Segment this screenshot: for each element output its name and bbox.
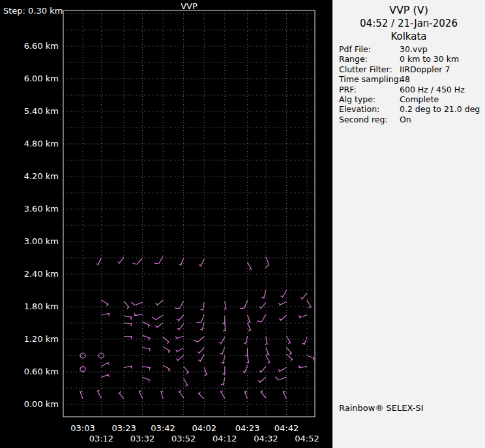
wind-barb [163, 365, 170, 371]
info-field-value: 48 [400, 74, 410, 84]
info-field-value: 600 Hz / 450 Hz [400, 85, 465, 94]
vvp-chart [0, 0, 332, 448]
info-panel: VVP (V) 04:52 / 21-Jan-2026 Kolkata Pdf … [332, 0, 485, 448]
wind-barb [184, 367, 189, 374]
x-axis-label: 04:32 [250, 434, 282, 443]
wind-barb [283, 391, 286, 399]
info-field-value: 0 km to 30 km [400, 54, 459, 64]
x-axis-label: 03:03 [67, 423, 98, 433]
info-field-label: Time sampling: [339, 74, 402, 84]
wind-barb [134, 313, 143, 316]
wind-barb [220, 347, 225, 355]
wind-barb [247, 323, 250, 331]
info-field: Range:0 km to 30 km [332, 54, 485, 64]
wind-barb [177, 315, 184, 322]
wind-barb [143, 335, 151, 341]
info-field-label: Second reg: [339, 115, 388, 124]
wind-barb [286, 336, 291, 344]
wind-barb [175, 336, 184, 339]
wind-barb [259, 367, 266, 373]
info-field-label: Alg type: [339, 94, 375, 104]
wind-barb [161, 391, 164, 399]
wind-barb [300, 293, 307, 300]
x-axis-label: 04:23 [231, 423, 263, 433]
wind-barb [278, 367, 286, 372]
x-axis-label: 03:12 [85, 434, 117, 443]
wind-barb [302, 337, 307, 345]
wind-barb [163, 347, 170, 353]
wind-barb [198, 392, 204, 399]
wind-barb [155, 323, 163, 328]
wind-barb [244, 336, 248, 344]
info-field-value: 30.vvp [400, 44, 428, 54]
info-field-label: PRF: [339, 85, 357, 94]
y-axis-label: 3.60 km [1, 204, 59, 214]
wind-barb [266, 348, 269, 356]
y-axis-label: 2.40 km [1, 269, 59, 279]
wind-barb [197, 315, 204, 323]
x-axis-label: 04:02 [188, 423, 220, 433]
wind-barb [275, 377, 286, 380]
y-axis-label: 1.80 km [1, 301, 59, 311]
y-axis-label: 0.00 km [1, 399, 59, 409]
site-name: Kolkata [332, 31, 485, 42]
y-axis-label: 6.60 km [1, 41, 59, 51]
wind-barb [221, 356, 225, 364]
wind-barb [175, 348, 183, 352]
wind-barb [101, 362, 109, 367]
wind-barb [286, 354, 293, 361]
wind-barb [266, 356, 271, 363]
vvp-window: VVP Step: 0.30 km 6.60 km6.00 km5.40 km4… [0, 0, 485, 448]
wind-barb [124, 337, 132, 339]
wind-barb [80, 391, 83, 399]
wind-barb [219, 337, 225, 344]
y-axis-label: 0.60 km [1, 367, 59, 376]
info-field-value: 0.2 deg to 21.0 deg [400, 104, 480, 114]
info-field-value: IIRDoppler 7 [400, 64, 450, 74]
wind-barb [240, 300, 247, 309]
wind-barb [261, 290, 266, 299]
wind-barb [265, 337, 267, 345]
info-field-label: Range: [339, 54, 368, 64]
wind-barb [201, 302, 205, 311]
wind-barb [279, 315, 287, 320]
info-field-value: On [400, 115, 411, 124]
wind-barb [246, 355, 249, 363]
info-field-label: Pdf File: [339, 44, 371, 54]
wind-barb [220, 390, 225, 398]
wind-barb [247, 262, 252, 270]
y-axis-label: 4.80 km [1, 139, 59, 148]
wind-barb [124, 366, 132, 369]
x-axis-label: 03:42 [147, 423, 179, 433]
wind-barb [101, 300, 108, 306]
wind-barb [143, 367, 151, 371]
wind-barb [224, 301, 226, 310]
wind-barb [154, 257, 163, 264]
info-field: Elevation:0.2 deg to 21.0 deg [332, 104, 485, 114]
wind-barb [223, 323, 226, 331]
wind-barb [280, 290, 286, 298]
y-axis-label: 6.00 km [1, 74, 59, 83]
wind-barb [307, 300, 312, 308]
x-axis-label: 04:12 [209, 434, 241, 443]
x-axis-label: 03:32 [127, 434, 158, 443]
wind-barb [200, 322, 205, 331]
wind-barb [244, 391, 247, 399]
wind-barb [184, 378, 188, 386]
wind-barb [101, 374, 110, 377]
wind-barb [177, 324, 184, 331]
product-title: VVP (V) [332, 4, 485, 16]
info-field: Second reg:On [332, 115, 485, 124]
wind-barb [143, 377, 151, 382]
wind-barb [179, 258, 184, 266]
info-field: PRF:600 Hz / 450 Hz [332, 85, 485, 94]
wind-barb [143, 348, 151, 352]
info-field-value: Complete [400, 94, 439, 104]
brand-footer: Rainbow® SELEX-SI [339, 403, 424, 413]
wind-barb [257, 315, 265, 322]
wind-barb [242, 365, 248, 373]
wind-barb [143, 322, 151, 327]
y-axis-label: 5.40 km [1, 106, 59, 116]
wind-barb [97, 390, 102, 398]
wind-barb [139, 390, 142, 399]
